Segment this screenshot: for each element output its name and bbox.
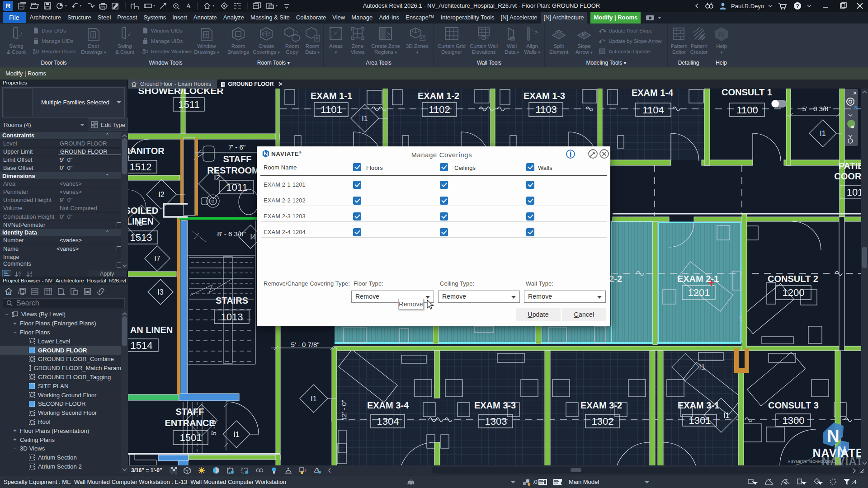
svg-text:1302: 1302: [592, 416, 614, 427]
svg-text:RESTROOM: RESTROOM: [207, 165, 259, 175]
svg-text:I1: I1: [723, 412, 729, 419]
svg-text:A: A: [186, 2, 191, 9]
svg-text:1101: 1101: [321, 104, 342, 115]
svg-text:I1: I1: [362, 115, 368, 122]
svg-text:1103: 1103: [535, 104, 557, 115]
svg-text:1200: 1200: [783, 287, 805, 298]
svg-text:I1: I1: [699, 363, 705, 371]
svg-text:2D: 2D: [854, 105, 858, 110]
svg-text:A: A: [19, 271, 21, 274]
svg-text:12' - 0": 12' - 0": [340, 400, 348, 421]
svg-text:COORDINATOR: COORDINATOR: [834, 171, 861, 181]
svg-text:A SYMETRI TECHNOLOGY: A SYMETRI TECHNOLOGY: [788, 460, 834, 464]
svg-text:1300: 1300: [783, 415, 805, 426]
svg-text:1303: 1303: [485, 416, 507, 427]
svg-text:I1: I1: [311, 395, 316, 403]
svg-text:I2: I2: [158, 191, 164, 198]
svg-text:1102: 1102: [429, 104, 450, 115]
svg-text:R: R: [6, 2, 11, 9]
svg-text:SHOWER/LOCKER: SHOWER/LOCKER: [138, 89, 224, 96]
svg-text:CONSULT 2: CONSULT 2: [768, 274, 818, 284]
svg-text:PATIENT: PATIENT: [839, 161, 861, 171]
svg-text:EXAM 1-4: EXAM 1-4: [632, 89, 674, 98]
svg-text:1514: 1514: [131, 340, 153, 351]
svg-text:I1: I1: [820, 130, 826, 137]
svg-text:1013: 1013: [221, 311, 243, 323]
svg-text:EXAM 3-1: EXAM 3-1: [678, 400, 719, 410]
svg-text:1100: 1100: [736, 104, 758, 116]
svg-text:EXAM 1-2: EXAM 1-2: [418, 91, 459, 101]
svg-text:1201: 1201: [688, 287, 710, 298]
svg-text:I7: I7: [154, 255, 160, 263]
svg-text:7' - 6": 7' - 6": [228, 143, 245, 151]
svg-text:CONSULT 1: CONSULT 1: [722, 89, 772, 97]
svg-text:EXAM 3-2: EXAM 3-2: [580, 400, 622, 410]
svg-text:I3: I3: [157, 288, 163, 296]
svg-text:Z: Z: [30, 271, 33, 274]
svg-text:?: ?: [796, 3, 799, 9]
svg-text:1104: 1104: [642, 104, 664, 116]
svg-text:ENTRANCE: ENTRANCE: [165, 418, 215, 428]
svg-text:SOILED: SOILED: [128, 206, 158, 216]
svg-text:1304: 1304: [377, 416, 399, 427]
svg-text:8' - 6 3/8": 8' - 6 3/8": [217, 230, 245, 238]
svg-text:5' - 0 3/8": 5' - 0 3/8": [802, 105, 830, 113]
svg-text:P: P: [316, 36, 318, 41]
svg-text:EXAM 2-1: EXAM 2-1: [677, 274, 719, 284]
svg-text:CONSULT 3: CONSULT 3: [768, 400, 819, 410]
svg-text:5' - 0 7/8": 5' - 0 7/8": [291, 341, 319, 348]
svg-text:STAFF: STAFF: [223, 154, 252, 164]
svg-text:1011: 1011: [226, 182, 247, 193]
svg-text:N: N: [827, 427, 839, 446]
svg-text:I1: I1: [233, 431, 239, 438]
svg-text:101: 101: [847, 187, 861, 198]
svg-text:LINEN: LINEN: [128, 216, 154, 226]
svg-text:JANITOR: JANITOR: [128, 146, 165, 156]
svg-text:1513: 1513: [130, 232, 152, 243]
svg-text:AN LINEN: AN LINEN: [130, 325, 173, 335]
svg-text:1512: 1512: [130, 161, 152, 173]
svg-text:I4: I4: [250, 233, 256, 241]
svg-text:STAFF: STAFF: [176, 407, 204, 417]
svg-text:[■]: [■]: [85, 289, 90, 294]
svg-text:STAIRS: STAIRS: [216, 296, 248, 305]
svg-text:EXAM 3-3: EXAM 3-3: [474, 400, 516, 410]
svg-text:EXAM 1-3: EXAM 1-3: [524, 91, 565, 101]
svg-text:5' - 0": 5' - 0": [210, 418, 217, 436]
svg-text:EXAM 1-1: EXAM 1-1: [311, 91, 352, 101]
svg-text:1301: 1301: [689, 415, 711, 426]
svg-text:EXAM 3-4: EXAM 3-4: [367, 400, 409, 410]
svg-text:P: P: [421, 36, 424, 40]
svg-text:1511: 1511: [178, 99, 199, 110]
svg-text:1501: 1501: [180, 432, 202, 443]
svg-text:N: N: [719, 30, 724, 39]
